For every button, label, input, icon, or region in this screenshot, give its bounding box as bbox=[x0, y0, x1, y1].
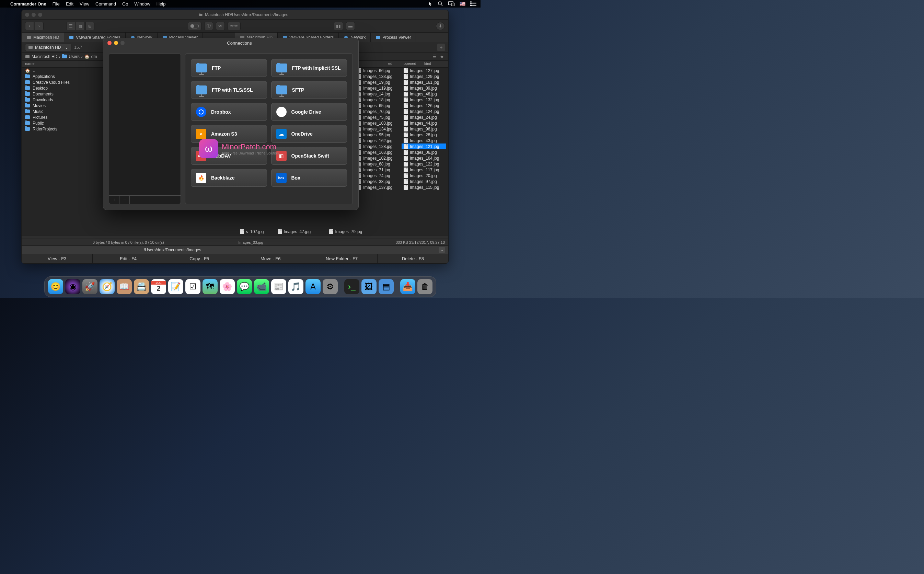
menu-help[interactable]: Help bbox=[156, 2, 166, 6]
dock-preview-icon[interactable]: 🖼 bbox=[361, 279, 376, 294]
file-item[interactable]: Images_89.jpg bbox=[401, 85, 446, 91]
modal-minimize-button[interactable] bbox=[114, 41, 118, 45]
window-maximize-button[interactable] bbox=[38, 13, 42, 17]
path-dropdown-button[interactable]: ⌄ bbox=[439, 247, 445, 253]
file-item[interactable]: Images_103.jpg bbox=[355, 120, 400, 126]
add-connection-button[interactable]: + bbox=[109, 196, 120, 204]
connection-google-drive[interactable]: ▲Google Drive bbox=[271, 103, 347, 121]
preview-button[interactable]: 👁 bbox=[216, 22, 225, 30]
menu-view[interactable]: View bbox=[80, 2, 89, 6]
connection-box[interactable]: boxBox bbox=[271, 169, 347, 187]
dock-calendar-icon[interactable]: JUL2 bbox=[151, 279, 166, 294]
file-item[interactable]: s_107.jpg bbox=[238, 229, 269, 235]
dock-trash-icon[interactable]: 🗑 bbox=[417, 279, 433, 294]
dock-terminal-icon[interactable]: ›_ bbox=[344, 279, 359, 294]
file-item[interactable]: Images_164.jpg bbox=[401, 155, 446, 161]
dock-news-icon[interactable]: 📰 bbox=[271, 279, 286, 294]
view-columns-button[interactable]: ▦ bbox=[76, 22, 85, 30]
window-close-button[interactable] bbox=[25, 13, 29, 17]
file-item[interactable]: Images_79.jpg bbox=[327, 229, 372, 235]
file-item[interactable]: Images_24.jpg bbox=[401, 114, 446, 120]
file-item[interactable]: Images_163.jpg bbox=[355, 149, 400, 155]
breadcrumb-item[interactable]: Users bbox=[69, 54, 79, 59]
file-item[interactable]: Images_127.jpg bbox=[401, 68, 446, 74]
view-grid-button[interactable]: ⊞ bbox=[85, 22, 94, 30]
file-item[interactable]: Images_115.jpg bbox=[401, 184, 446, 190]
connection-ftp[interactable]: FTP bbox=[191, 59, 267, 77]
file-item[interactable]: Images_96.jpg bbox=[401, 126, 446, 132]
file-item[interactable]: Images_65.jpg bbox=[355, 102, 400, 109]
dock-preferences-icon[interactable]: ⚙ bbox=[323, 279, 338, 294]
file-item[interactable]: Images_137.jpg bbox=[355, 184, 400, 190]
tab-right-3[interactable]: Process Viewer bbox=[371, 33, 416, 42]
dock-appstore-icon[interactable]: A bbox=[305, 279, 321, 294]
file-item[interactable]: Images_117.jpg bbox=[401, 167, 446, 173]
dock-messages-icon[interactable]: 💬 bbox=[237, 279, 252, 294]
file-item[interactable]: Images_66.jpg bbox=[355, 68, 400, 74]
current-path[interactable]: /Users/dmx/Documents/Images bbox=[144, 248, 201, 252]
connection-ftp-with-implicit-ssl[interactable]: FTP with Implicit SSL bbox=[271, 59, 347, 77]
header-opened[interactable]: opened bbox=[400, 61, 421, 67]
connection-openstack-swift[interactable]: ◧OpenStack Swift bbox=[271, 147, 347, 165]
dock-finder-icon[interactable]: 😊 bbox=[48, 279, 63, 294]
info-button[interactable]: ⓘ bbox=[204, 22, 213, 30]
file-item[interactable]: Images_95.jpg bbox=[355, 132, 400, 138]
download-button[interactable]: ⬇ bbox=[436, 22, 445, 30]
fn-delete-button[interactable]: Delete - F8 bbox=[378, 254, 448, 263]
dock-maps-icon[interactable]: 🗺 bbox=[203, 279, 217, 294]
file-item[interactable]: Images_71.jpg bbox=[355, 167, 400, 173]
app-name[interactable]: Commander One bbox=[10, 2, 46, 6]
file-item[interactable]: Images_48.jpg bbox=[401, 91, 446, 97]
dock-notes-icon[interactable]: 📝 bbox=[168, 279, 183, 294]
nav-forward-button[interactable]: › bbox=[35, 22, 44, 30]
spotlight-icon[interactable] bbox=[438, 1, 443, 6]
menu-go[interactable]: Go bbox=[122, 2, 128, 6]
file-item[interactable]: Images_47.jpg bbox=[275, 229, 320, 235]
fn-view-button[interactable]: View - F3 bbox=[22, 254, 93, 263]
dock-contacts-icon[interactable]: 📇 bbox=[134, 279, 149, 294]
dock-itunes-icon[interactable]: 🎵 bbox=[288, 279, 304, 294]
dock-reminders-icon[interactable]: ☑ bbox=[185, 279, 200, 294]
dock-downloads-icon[interactable]: 📥 bbox=[400, 279, 415, 294]
tab-left-0[interactable]: Macintosh HD bbox=[22, 33, 64, 42]
file-item[interactable]: Images_132.jpg bbox=[401, 97, 446, 102]
header-col[interactable]: ed bbox=[385, 61, 400, 67]
file-item[interactable]: Images_162.jpg bbox=[355, 138, 400, 144]
file-item[interactable]: Images_20.jpg bbox=[401, 173, 446, 178]
connection-amazon-s3[interactable]: aAmazon S3 bbox=[191, 125, 267, 143]
queue-button[interactable]: ▮▮ bbox=[334, 22, 343, 30]
file-item[interactable]: Images_119.jpg bbox=[355, 85, 400, 91]
file-item[interactable]: Images_121.jpg bbox=[401, 144, 446, 149]
cursor-icon[interactable] bbox=[428, 2, 433, 6]
terminal-button[interactable]: ▬ bbox=[346, 22, 355, 30]
file-item[interactable]: Images_14.jpg bbox=[355, 91, 400, 97]
file-item[interactable]: Images_75.jpg bbox=[355, 114, 400, 120]
dock-dictionary-icon[interactable]: 📖 bbox=[117, 279, 132, 294]
menu-file[interactable]: File bbox=[52, 2, 60, 6]
connection-onedrive[interactable]: ☁OneDrive bbox=[271, 125, 347, 143]
nav-back-button[interactable]: ‹ bbox=[25, 22, 34, 30]
dock-photos-icon[interactable]: 🌸 bbox=[220, 279, 235, 294]
dock-siri-icon[interactable]: ◉ bbox=[65, 279, 80, 294]
scrollbar-horizontal[interactable] bbox=[22, 235, 448, 238]
header-kind[interactable]: kind bbox=[421, 61, 441, 67]
file-item[interactable]: Images_18.jpg bbox=[355, 97, 400, 102]
file-item[interactable]: Images_43.jpg bbox=[401, 138, 446, 144]
view-list-button[interactable]: ☰ bbox=[66, 22, 75, 30]
connection-webdav[interactable]: DAVWebDAV bbox=[191, 147, 267, 165]
fn-move-button[interactable]: Move - F6 bbox=[235, 254, 306, 263]
menu-window[interactable]: Window bbox=[134, 2, 150, 6]
dock-commander-icon[interactable]: ▤ bbox=[379, 279, 394, 294]
file-item[interactable]: Images_06.jpg bbox=[401, 149, 446, 155]
add-tab-button[interactable]: + bbox=[437, 44, 445, 51]
view-toggle-button[interactable]: ☰ bbox=[431, 54, 437, 60]
file-item[interactable]: Images_28.jpg bbox=[401, 132, 446, 138]
search-button[interactable]: 👁👁 bbox=[228, 22, 241, 30]
modal-close-button[interactable] bbox=[107, 41, 112, 45]
menu-command[interactable]: Command bbox=[95, 2, 116, 6]
connection-ftp-with-tls-ssl[interactable]: FTP with TLS/SSL bbox=[191, 81, 267, 99]
list-icon[interactable] bbox=[470, 2, 476, 6]
breadcrumb-item[interactable]: dm bbox=[91, 54, 97, 59]
dock-launchpad-icon[interactable]: 🚀 bbox=[82, 279, 98, 294]
file-item[interactable]: Images_122.jpg bbox=[401, 161, 446, 167]
